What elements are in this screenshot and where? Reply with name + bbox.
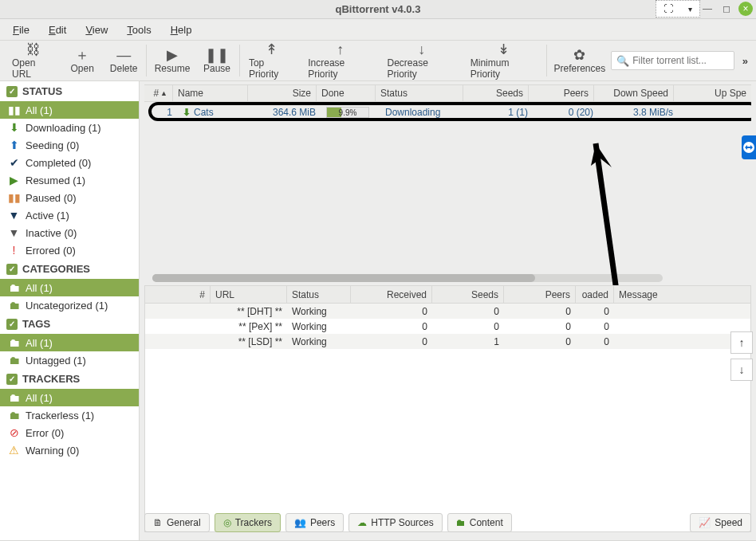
status-item-8[interactable]: !Errored (0) bbox=[0, 241, 139, 259]
torrent-peers: 0 (20) bbox=[534, 107, 599, 118]
increase-priority-button[interactable]: ↑Increase Priority bbox=[301, 41, 380, 80]
sidebar: ✓STATUS ▮▮All (1)⬇Downloading (1)⬆Seedin… bbox=[0, 81, 140, 540]
top-priority-button[interactable]: ↟Top Priority bbox=[242, 41, 301, 80]
label: Errored (0) bbox=[26, 245, 76, 257]
tkcol-status[interactable]: Status bbox=[287, 286, 351, 303]
tkcol-msg[interactable]: Message bbox=[614, 286, 750, 303]
decrease-priority-button[interactable]: ↓Decrease Priority bbox=[380, 41, 463, 80]
tags-header[interactable]: ✓TAGS bbox=[0, 314, 139, 334]
label: Completed (0) bbox=[26, 157, 91, 169]
resume-button[interactable]: ▶Resume bbox=[148, 41, 196, 80]
menu-help[interactable]: Help bbox=[163, 22, 200, 37]
tracker-row[interactable]: ** [PeX] **Working0000 bbox=[145, 319, 750, 334]
box-icon: 🖿 bbox=[8, 354, 20, 367]
col-name[interactable]: Name bbox=[173, 85, 248, 101]
scrollbar-thumb[interactable] bbox=[152, 274, 535, 282]
close-button[interactable]: × bbox=[738, 2, 753, 16]
check-icon: ✓ bbox=[6, 86, 18, 97]
status-item-1[interactable]: ⬇Downloading (1) bbox=[0, 119, 139, 136]
menu-tools[interactable]: Tools bbox=[119, 22, 159, 37]
play-green-icon: ▶ bbox=[8, 174, 20, 186]
move-up-button[interactable]: ↑ bbox=[730, 331, 753, 354]
tab-trackers[interactable]: ◎Trackers bbox=[215, 513, 281, 532]
tkcol-seeds[interactable]: Seeds bbox=[432, 286, 504, 303]
status-item-6[interactable]: ▼Active (1) bbox=[0, 206, 139, 224]
open-button[interactable]: ＋Open bbox=[61, 41, 103, 80]
filter-input[interactable] bbox=[632, 55, 729, 66]
tkcol-peers[interactable]: Peers bbox=[504, 286, 576, 303]
torrent-size: 364.6 MiB bbox=[253, 107, 321, 118]
pause-icon: ❚❚ bbox=[205, 48, 229, 62]
label: All (1) bbox=[26, 337, 53, 349]
open-url-button[interactable]: ⛓Open URL bbox=[5, 41, 61, 80]
status-item-2[interactable]: ⬆Seeding (0) bbox=[0, 136, 139, 154]
tag-item-1[interactable]: 🖿Untagged (1) bbox=[0, 351, 139, 369]
tracker-row[interactable]: ** [LSD] **Working0100 bbox=[145, 334, 750, 349]
tkcol-num[interactable]: # bbox=[145, 286, 211, 303]
toolbar-overflow[interactable]: » bbox=[739, 55, 751, 67]
minimum-priority-button[interactable]: ↡Minimum Priority bbox=[463, 41, 545, 80]
categories-header[interactable]: ✓CATEGORIES bbox=[0, 259, 139, 279]
err-icon: ! bbox=[8, 244, 20, 257]
col-status[interactable]: Status bbox=[376, 85, 463, 101]
status-item-5[interactable]: ▮▮Paused (0) bbox=[0, 189, 139, 206]
status-item-4[interactable]: ▶Resumed (1) bbox=[0, 171, 139, 189]
tracker-row[interactable]: ** [DHT] **Working0000 bbox=[145, 304, 750, 319]
label: Resumed (1) bbox=[26, 174, 85, 186]
tab-peers[interactable]: 👥Peers bbox=[285, 513, 344, 532]
category-item-1[interactable]: 🖿Uncategorized (1) bbox=[0, 296, 139, 314]
trackers-header[interactable]: ✓TRACKERS bbox=[0, 369, 139, 389]
col-done[interactable]: Done bbox=[317, 85, 376, 101]
menu-edit[interactable]: Edit bbox=[41, 22, 74, 37]
filter-box[interactable]: 🔍 bbox=[611, 51, 734, 70]
tab-http[interactable]: ☁HTTP Sources bbox=[348, 513, 442, 532]
status-item-3[interactable]: ✔Completed (0) bbox=[0, 154, 139, 171]
tkcol-loaded[interactable]: oaded bbox=[576, 286, 614, 303]
status-item-7[interactable]: ▼Inactive (0) bbox=[0, 224, 139, 241]
tkcol-url[interactable]: URL bbox=[211, 286, 287, 303]
annotation-arrow bbox=[591, 139, 639, 285]
label: Warning (0) bbox=[26, 445, 79, 457]
plus-icon: ＋ bbox=[75, 48, 89, 62]
tracker-filter-item-0[interactable]: 🖿All (1) bbox=[0, 389, 139, 406]
tag-item-0[interactable]: 🖿All (1) bbox=[0, 334, 139, 351]
teamviewer-tab[interactable] bbox=[742, 135, 756, 159]
maximize-button[interactable]: ◻ bbox=[719, 2, 734, 16]
preferences-button[interactable]: ✿Preferences bbox=[548, 41, 611, 80]
col-size[interactable]: Size bbox=[248, 85, 317, 101]
minimize-button[interactable]: — bbox=[700, 2, 715, 16]
tracker-filter-item-2[interactable]: ⊘Error (0) bbox=[0, 424, 139, 441]
expand-widget[interactable]: ⛶ ▾ bbox=[656, 0, 700, 18]
box-icon: 🖿 bbox=[8, 281, 20, 294]
svg-rect-1 bbox=[747, 147, 750, 148]
category-item-0[interactable]: 🖿All (1) bbox=[0, 279, 139, 296]
label: Trackerless (1) bbox=[26, 410, 94, 421]
delete-button[interactable]: —Delete bbox=[103, 41, 144, 80]
torrent-row[interactable]: 1 ⬇Cats 364.6 MiB 9.9% Downloading 1 (1)… bbox=[149, 104, 746, 120]
toolbar: ⛓Open URL ＋Open —Delete ▶Resume ❚❚Pause … bbox=[0, 40, 756, 81]
menu-file[interactable]: File bbox=[5, 22, 37, 37]
move-down-button[interactable]: ↓ bbox=[730, 359, 753, 381]
titlebar: ⛶ ▾ qBittorrent v4.0.3 — ◻ × bbox=[0, 0, 756, 19]
play-icon: ▶ bbox=[167, 48, 178, 62]
col-num[interactable]: # ▲ bbox=[144, 85, 173, 101]
tkcol-recv[interactable]: Received bbox=[351, 286, 432, 303]
tracker-filter-item-3[interactable]: ⚠Warning (0) bbox=[0, 441, 139, 459]
menu-view[interactable]: View bbox=[77, 22, 116, 37]
col-upspeed[interactable]: Up Spe bbox=[674, 85, 751, 101]
col-seeds[interactable]: Seeds bbox=[463, 85, 529, 101]
label: Seeding (0) bbox=[26, 139, 79, 151]
pause-button[interactable]: ❚❚Pause bbox=[196, 41, 238, 80]
tracker-filter-item-1[interactable]: 🖿Trackerless (1) bbox=[0, 406, 139, 424]
download-icon: ⬇ bbox=[183, 107, 191, 118]
torrent-progress: 9.9% bbox=[321, 107, 380, 118]
tab-speed[interactable]: 📈Speed bbox=[690, 513, 751, 532]
tab-general[interactable]: 🗎General bbox=[144, 513, 210, 532]
label: Inactive (0) bbox=[26, 227, 77, 239]
h-scrollbar[interactable] bbox=[152, 274, 663, 282]
col-peers[interactable]: Peers bbox=[529, 85, 594, 101]
col-downspeed[interactable]: Down Speed bbox=[594, 85, 674, 101]
status-header[interactable]: ✓STATUS bbox=[0, 81, 139, 101]
status-item-0[interactable]: ▮▮All (1) bbox=[0, 101, 139, 119]
tab-content[interactable]: 🖿Content bbox=[447, 513, 512, 532]
